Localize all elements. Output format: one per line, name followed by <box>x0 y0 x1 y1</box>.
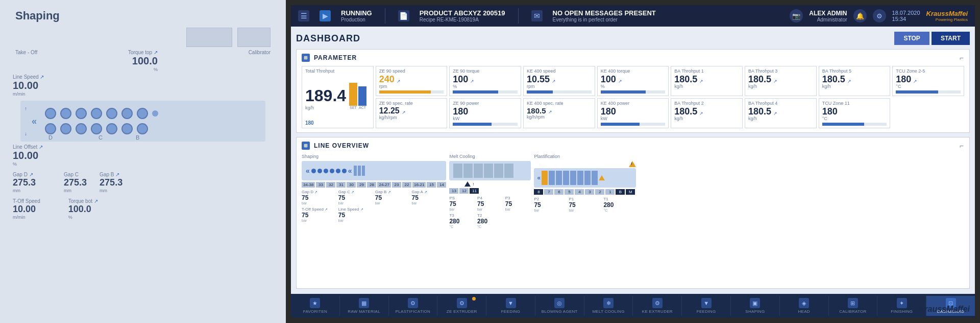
divider-1 <box>385 8 385 24</box>
torque-bot-group: Torque bot ↗ 100.0 % <box>68 198 98 220</box>
top-box-1 <box>186 28 232 47</box>
parameter-icon: ⊞ <box>302 54 310 62</box>
conveyor-dots-bottom <box>45 123 148 134</box>
nav-plastification[interactable]: ⚙ PLASTIFICATION <box>389 296 438 316</box>
ze90-speed-cell: ZE 90 speed 240 ↗ rpm <box>376 66 448 96</box>
melt-cooling-section: Melt Cooling ! <box>449 154 531 228</box>
ba5-value: 180.5 <box>822 75 845 84</box>
nav-head[interactable]: ◈ HEAD <box>780 296 829 316</box>
gap-c-unit: mm <box>64 188 87 193</box>
ze90-speed-bar <box>379 90 444 94</box>
ze90-torque-cell: ZE 90 torque 100 ↗ % <box>449 66 521 96</box>
gap-b-group: Gap B ↗ 275.3 mm <box>100 172 122 193</box>
plast-numbers: 87654321BM <box>534 189 636 195</box>
nav-blowing-agent[interactable]: ◎ BLOWING AGENT <box>535 296 584 316</box>
ke400-torque-cell: KE 400 torque 100 ↗ % <box>597 66 669 96</box>
parameter-section-header: ⊞ PARAMETER ⌐ <box>302 54 964 62</box>
nav-raw-material[interactable]: ▦ RAW MATERIAL <box>340 296 389 316</box>
gap-c-param: Gap C ↗ 75 bar <box>338 190 373 205</box>
plastification-icon: ⚙ <box>408 298 418 308</box>
finishing-label: FINISHING <box>891 309 913 314</box>
bell-icon[interactable]: 🔔 <box>853 9 867 22</box>
finishing-icon: ✦ <box>897 298 907 308</box>
ze90-specrate-cell: ZE 90 spec. rate 12.25 ↗ kg/h/rpm <box>376 98 448 128</box>
start-button[interactable]: START <box>932 32 970 45</box>
ba3-cell: BA Throhput 3 180.5 ↗ kg/h <box>745 66 817 96</box>
ze90-speed-value: 240 <box>379 75 395 84</box>
menu-icon[interactable]: ☰ <box>298 10 309 21</box>
calibrator-label: Calibrator <box>249 50 271 55</box>
shaping-nav-icon: ▣ <box>750 298 760 308</box>
torque-top-label: Torque top ↗ <box>128 50 158 55</box>
ps-param: PS 75 bar <box>449 196 475 211</box>
camera-icon[interactable]: 📷 <box>790 9 803 22</box>
nav-ke-extruder[interactable]: ⚙ KE EXTRUDER <box>633 296 682 316</box>
ke-extruder-icon: ⚙ <box>652 298 663 308</box>
plastification-section: Plastification ! « <box>534 154 636 212</box>
favoriten-icon: ★ <box>310 298 320 308</box>
tcu11-bar <box>822 123 887 126</box>
toff-speed-value: 10.00 <box>13 204 40 215</box>
shaping-chevron: « <box>306 167 310 175</box>
line-offset-unit: % <box>13 161 43 167</box>
nav-calibrator[interactable]: ⊞ CALIBRATOR <box>829 296 878 316</box>
messages-section: NO OPEN MESSAGES PRESENT Everything is i… <box>553 9 656 22</box>
plast-warning: ! <box>534 161 636 167</box>
plast-warning-icon <box>599 175 605 180</box>
date-display: 18.07.2020 15:34 <box>892 10 920 22</box>
tcu25-value: 180 <box>896 75 911 84</box>
plastification-label: PLASTIFICATION <box>396 309 431 314</box>
t1-param: T1 280 °C <box>603 197 636 212</box>
line-overview-icon: ⊞ <box>302 142 310 150</box>
ba3-value: 180.5 <box>748 75 771 84</box>
settings-icon[interactable]: ⚙ <box>873 9 886 22</box>
conveyor-dots-top <box>45 108 158 119</box>
conveyor-belt: ↑ ↓ « D C B <box>20 101 265 142</box>
nav-shaping[interactable]: ▣ SHAPING <box>731 296 780 316</box>
ke400-specrate-value: 180.5 <box>527 107 546 114</box>
ba5-cell: BA Throhput 5 180.5 ↗ kg/h <box>819 66 891 96</box>
ke-extruder-label: KE EXTRUDER <box>642 309 673 314</box>
conveyor-arrows-down: ↓ <box>24 131 27 136</box>
plast-params: P2 75 bar P1 75 bar T1 280 °C <box>534 197 636 212</box>
running-icon: ▶ <box>320 10 331 21</box>
left-shaping-panel: Shaping Take - Off Torque top ↗ 100.0 % … <box>0 0 286 323</box>
nav-feeding-2[interactable]: ▼ FEEDING <box>682 296 731 316</box>
user-name: ALEX ADMIN <box>809 10 847 17</box>
nav-melt-cooling[interactable]: ❄ MELT COOLING <box>584 296 633 316</box>
km-logo-watermark: KraussMaffei <box>919 305 970 314</box>
feeding-2-label: FEEDING <box>697 309 716 314</box>
nav-favoriten[interactable]: ★ FAVORITEN <box>291 296 340 316</box>
bottom-navigation: ★ FAVORITEN ▦ RAW MATERIAL ⚙ PLASTIFICAT… <box>291 294 975 318</box>
p2-param: P2 75 bar <box>534 197 567 212</box>
stop-button[interactable]: STOP <box>894 32 929 45</box>
p4-param: P4 75 bar <box>477 196 503 211</box>
total-throhput-cell: Total Throhput 189.4 kg/h SET <box>302 66 374 128</box>
gap-d-value: 275.3 <box>13 177 36 188</box>
recipe-name: Recipe RE-KME-190819A <box>420 17 505 22</box>
section-corner: ⌐ <box>960 54 964 62</box>
line-speed-unit: m/min <box>13 91 44 97</box>
nav-feeding-1[interactable]: ▼ FEEDING <box>486 296 535 316</box>
topbar: ☰ ▶ RUNNING Production 📄 PRODUCT ABCXYZ … <box>291 5 975 27</box>
shaping-title: Shaping <box>0 0 286 28</box>
nav-ze-extruder[interactable]: ⚙ ZE EXTRUDER <box>437 296 486 316</box>
shaping-visual: « « <box>302 161 446 180</box>
melt-bars <box>453 164 513 178</box>
line-overview-inner: Shaping « « <box>302 154 964 228</box>
melt-icons: ! <box>449 181 531 187</box>
status-section: RUNNING Production <box>341 9 372 22</box>
content-area: DASHBOARD STOP START ⊞ PARAMETER ⌐ Total… <box>291 27 975 294</box>
user-role: Administrator <box>809 17 847 22</box>
total-bar-label: 180 <box>305 120 370 126</box>
messages-status: NO OPEN MESSAGES PRESENT <box>553 9 656 17</box>
feeding-2-icon: ▼ <box>701 298 712 308</box>
take-off-label: Take - Off <box>15 50 37 55</box>
ze-extruder-warning-dot <box>472 297 476 301</box>
ba1-value: 180.5 <box>674 75 697 84</box>
head-label: HEAD <box>798 309 810 314</box>
torque-top-value: 100.0 <box>132 55 158 67</box>
ze90-torque-bar <box>453 90 518 94</box>
shaping-nav-label: SHAPING <box>745 309 765 314</box>
torque-bot-value: 100.0 <box>68 204 98 215</box>
